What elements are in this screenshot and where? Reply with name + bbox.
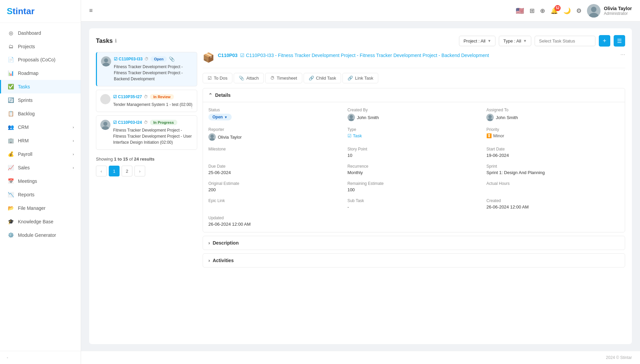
language-flag[interactable]: 🇺🇸 <box>516 7 524 15</box>
pagination-info: Showing 1 to 15 of 24 results <box>96 157 197 162</box>
sidebar-item-label: File Manager <box>18 205 46 211</box>
assigned-to-label: Assigned To <box>486 108 619 112</box>
activities-section: › Activities <box>203 253 625 268</box>
sidebar-item-hrm[interactable]: 🏢 HRM › <box>0 134 81 147</box>
collapse-icon: ⌃ <box>208 92 212 98</box>
tasks-filters: Project : All ▼ Type : All ▼ + ☰ <box>459 35 625 47</box>
page-2-button[interactable]: 2 <box>122 166 132 176</box>
recurrence-value: Monthly <box>348 170 363 175</box>
info-icon[interactable]: ℹ <box>115 38 117 44</box>
sidebar-item-roadmap[interactable]: 📊 Roadmap <box>0 66 81 80</box>
meetings-icon: 📅 <box>8 178 14 184</box>
task-status-input[interactable] <box>535 36 595 46</box>
task-card[interactable]: ☑ C110P35-I27 ⏱ In Review Tender Managem… <box>96 90 197 112</box>
recurrence-label: Recurrence <box>348 164 481 169</box>
task-description: Tender Management System 1 - test (02:00… <box>113 102 193 108</box>
chevron-right-icon: › <box>73 139 74 143</box>
knowledge-base-icon: 🎓 <box>8 219 14 225</box>
type-filter[interactable]: Type : All ▼ <box>499 36 531 46</box>
avatar <box>100 94 110 104</box>
sidebar-item-label: Reports <box>18 192 34 197</box>
sidebar-nav: ◎ Dashboard 🗂 Projects 📄 Proposals (CoCo… <box>0 23 81 351</box>
svg-point-8 <box>103 122 107 126</box>
apps-icon[interactable]: ⊞ <box>530 7 535 15</box>
svg-point-14 <box>488 115 492 118</box>
page-1-button[interactable]: 1 <box>109 166 120 176</box>
status-badge: In Review <box>150 94 174 100</box>
tasks-body: ☑ C110P03-I33 ⏱ Open 📎 Fitness Tracker D… <box>96 52 625 271</box>
layout-icon[interactable]: ⊕ <box>540 7 545 15</box>
sidebar-item-knowledge-base[interactable]: 🎓 Knowledge Base <box>0 215 81 228</box>
more-options-icon[interactable]: ⋯ <box>620 52 625 57</box>
next-page-button[interactable]: › <box>134 166 145 176</box>
sidebar-item-payroll[interactable]: 💰 Payroll › <box>0 147 81 161</box>
field-start-date: Start Date 19-06-2024 <box>486 147 619 158</box>
sidebar-item-label: Backlog <box>18 111 35 116</box>
list-view-button[interactable]: ☰ <box>614 35 625 47</box>
sidebar-item-sprints[interactable]: 🔄 Sprints <box>0 93 81 107</box>
sidebar-item-file-manager[interactable]: 📂 File Manager <box>0 201 81 215</box>
tab-child-task[interactable]: 🔗 Child Task <box>304 73 341 83</box>
updated-value: 26-06-2024 12:00 AM <box>208 222 251 227</box>
sidebar-item-proposals[interactable]: 📄 Proposals (CoCo) <box>0 53 81 66</box>
svg-point-6 <box>100 94 110 104</box>
sidebar-item-tasks[interactable]: ✅ Tasks <box>0 80 81 93</box>
milestone-label: Milestone <box>208 147 341 151</box>
sidebar-item-sales[interactable]: 📈 Sales › <box>0 161 81 174</box>
field-actual-hours: Actual Hours <box>486 181 619 192</box>
sidebar-item-dashboard[interactable]: ◎ Dashboard <box>0 26 81 40</box>
tab-timesheet[interactable]: ⏱ Timesheet <box>265 73 302 83</box>
task-detail-id-checkbox: ☑ <box>240 53 245 58</box>
sidebar-item-projects[interactable]: 🗂 Projects <box>0 40 81 53</box>
status-badge[interactable]: Open ▼ <box>208 114 232 120</box>
tab-link-task[interactable]: 🔗 Link Task <box>342 73 378 83</box>
task-detail-id[interactable]: C110P03 <box>218 53 237 58</box>
reporter-label: Reporter <box>208 127 341 132</box>
proposals-icon: 📄 <box>8 57 14 63</box>
remaining-estimate-value: 100 <box>348 187 355 192</box>
todos-icon: ☑ <box>208 76 212 81</box>
chevron-down-icon: ▼ <box>523 39 527 43</box>
sidebar-item-backlog[interactable]: 📋 Backlog <box>0 107 81 120</box>
sidebar-item-label: Meetings <box>18 178 37 184</box>
sidebar-item-module-generator[interactable]: ⚙️ Module Generator <box>0 228 81 242</box>
prev-page-button[interactable]: ‹ <box>96 166 107 176</box>
details-section-header[interactable]: ⌃ Details <box>203 88 625 102</box>
tab-attach[interactable]: 📎 Attach <box>234 73 264 83</box>
expand-icon: › <box>208 240 210 246</box>
menu-button[interactable]: ≡ <box>89 7 93 14</box>
task-card-header: ☑ C110P03-I24 ⏱ In Progress <box>113 120 193 125</box>
tab-todos[interactable]: ☑ To Dos <box>203 73 232 83</box>
sidebar-item-meetings[interactable]: 📅 Meetings <box>0 174 81 188</box>
theme-icon[interactable]: 🌙 <box>563 7 571 15</box>
notification-icon[interactable]: 🔔 52 <box>551 7 558 15</box>
settings-icon[interactable]: ⚙ <box>576 7 582 15</box>
user-role: Administrator <box>604 11 632 16</box>
field-milestone: Milestone <box>208 147 341 158</box>
add-task-button[interactable]: + <box>599 35 610 47</box>
sidebar-item-reports[interactable]: 📉 Reports <box>0 188 81 201</box>
assigned-to-value: John Smith <box>496 115 518 120</box>
updated-label: Updated <box>208 216 341 220</box>
task-card[interactable]: ☑ C110P03-I33 ⏱ Open 📎 Fitness Tracker D… <box>96 52 197 86</box>
timesheet-icon: ⏱ <box>270 76 275 81</box>
page-title: Tasks ℹ <box>96 37 117 45</box>
sub-task-value: - <box>348 204 349 209</box>
created-by-value: John Smith <box>357 115 379 120</box>
created-label: Created <box>486 198 619 203</box>
project-filter[interactable]: Project : All ▼ <box>459 36 495 46</box>
priority-value: Minor <box>493 133 504 138</box>
details-section-body: Status Open ▼ Created By <box>203 102 625 232</box>
user-profile[interactable]: Olivia Taylor Administrator <box>587 4 632 18</box>
sidebar-item-crm[interactable]: 👥 CRM › <box>0 120 81 134</box>
clock-icon: ⏱ <box>144 94 148 99</box>
activities-section-header[interactable]: › Activities <box>203 254 625 267</box>
more-options-icon[interactable]: ⋮ <box>189 104 194 109</box>
detail-tabs: ☑ To Dos 📎 Attach ⏱ Timesheet 🔗 <box>203 73 625 83</box>
status-badge: In Progress <box>150 120 177 125</box>
description-section-header[interactable]: › Description <box>203 236 625 250</box>
task-card[interactable]: ☑ C110P03-I24 ⏱ In Progress Fitness Trac… <box>96 115 197 150</box>
task-id: ☑ C110P35-I27 <box>113 94 142 99</box>
task-detail: 📦 C110P03 ☑ C110P03-I33 - Fitness Tracke… <box>203 52 625 271</box>
sidebar: Stintar ◎ Dashboard 🗂 Projects 📄 Proposa… <box>0 0 81 364</box>
